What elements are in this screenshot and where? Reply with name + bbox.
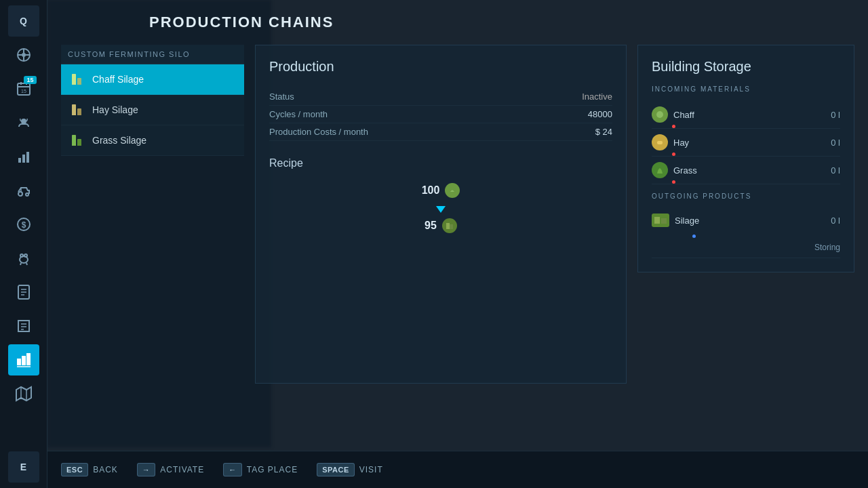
bottom-bar: ESC BACK → ACTIVATE ← TAG PLACE SPACE VI…	[47, 451, 868, 488]
status-label: Status	[269, 92, 294, 102]
costs-value: $ 24	[595, 127, 612, 137]
sidebar-item-tractor[interactable]	[8, 175, 39, 206]
recipe-label: Recipe	[269, 157, 612, 169]
svg-point-16	[26, 193, 28, 196]
recipe-section: Recipe 100 95	[269, 157, 612, 233]
sidebar-item-map[interactable]	[8, 378, 39, 409]
stats-icon	[16, 148, 32, 165]
status-row: Status Inactive	[269, 88, 612, 106]
grass-silage-icon	[68, 134, 85, 147]
outgoing-divider: OUTGOING PRODUCTS	[652, 192, 840, 203]
cycles-label: Cycles / month	[269, 109, 328, 119]
chain-item-hay-silage[interactable]: Hay Silage	[61, 95, 244, 125]
esc-badge: ESC	[61, 463, 88, 476]
layout-row: CUSTOM FERMINTING SILO Chaff Silage	[61, 45, 854, 397]
silage-item-amount: 0 l	[831, 216, 840, 226]
sidebar-item-stats[interactable]	[8, 141, 39, 172]
svg-point-43	[656, 111, 663, 118]
main-content: PRODUCTION CHAINS CUSTOM FERMINTING SILO…	[47, 0, 868, 488]
chaff-resource-icon	[445, 183, 460, 198]
storage-title: Building Storage	[652, 59, 840, 75]
hay-silage-icon	[68, 103, 85, 117]
cycles-value: 48000	[588, 109, 612, 119]
costs-row: Production Costs / month $ 24	[269, 123, 612, 141]
chain-panel: CUSTOM FERMINTING SILO Chaff Silage	[61, 45, 244, 156]
storing-label: Storing	[652, 243, 840, 252]
sidebar-item-calendar[interactable]: 15 15	[8, 73, 39, 104]
svg-text:15: 15	[21, 89, 26, 94]
sidebar: Q 15 15 $ E	[0, 0, 47, 488]
svg-rect-41	[446, 223, 450, 229]
svg-point-21	[20, 254, 23, 257]
visit-label: VISIT	[359, 465, 383, 474]
chaff-storage-icon	[652, 106, 668, 123]
outgoing-products-label: OUTGOING PRODUCTS	[652, 192, 840, 203]
visit-badge: SPACE	[317, 463, 355, 476]
sidebar-item-animals[interactable]	[8, 243, 39, 274]
incoming-materials-label: INCOMING MATERIALS	[652, 85, 840, 96]
grass-dot	[672, 180, 675, 184]
silage-storage-icon	[652, 214, 669, 227]
silage-dot	[692, 235, 696, 238]
chain-item-grass-silage-label: Grass Silage	[92, 135, 146, 146]
chaff-item-name: Chaff	[673, 110, 694, 120]
tag-label: TAG PLACE	[247, 465, 298, 474]
hotkey-visit[interactable]: SPACE VISIT	[317, 463, 383, 476]
svg-rect-45	[654, 217, 660, 224]
hay-item-amount: 0 l	[831, 138, 840, 148]
activate-badge: →	[137, 463, 156, 476]
map-icon	[16, 386, 32, 402]
hotkey-tag[interactable]: ← TAG PLACE	[223, 463, 298, 476]
tractor-icon	[16, 182, 32, 199]
recipe-flow: 100 95	[269, 183, 612, 233]
storage-grass-left: Grass	[652, 162, 697, 178]
svg-point-15	[18, 192, 22, 196]
hay-storage-icon	[652, 134, 668, 150]
storage-item-silage: Silage 0 l Storing	[652, 208, 840, 258]
sidebar-item-contracts[interactable]	[8, 277, 39, 308]
storage-panel: Building Storage INCOMING MATERIALS Chaf…	[637, 45, 854, 272]
steering-icon	[16, 47, 32, 63]
chain-item-grass-silage[interactable]: Grass Silage	[61, 125, 244, 156]
chaff-item-amount: 0 l	[831, 110, 840, 120]
hay-dot	[672, 152, 675, 156]
chain-item-chaff-silage-label: Chaff Silage	[92, 74, 144, 85]
svg-rect-32	[17, 359, 21, 365]
hotkey-activate[interactable]: → ACTIVATE	[137, 463, 204, 476]
tag-badge: ←	[223, 463, 242, 476]
production-panel: Production Status Inactive Cycles / mont…	[255, 45, 627, 384]
svg-rect-42	[450, 224, 453, 229]
sidebar-item-production[interactable]	[8, 344, 39, 375]
svg-marker-36	[16, 387, 31, 401]
svg-rect-13	[22, 155, 25, 163]
hotkey-esc[interactable]: ESC BACK	[61, 463, 118, 476]
recipe-output: 95	[425, 218, 457, 233]
sidebar-item-steering[interactable]	[8, 39, 39, 70]
calendar-badge: 15	[24, 76, 36, 84]
sidebar-item-e[interactable]: E	[8, 451, 39, 483]
storage-silage-left: Silage	[652, 214, 699, 227]
sidebar-item-log[interactable]	[8, 310, 39, 342]
recipe-output-amount: 95	[425, 220, 437, 232]
chain-item-chaff-silage[interactable]: Chaff Silage	[61, 64, 244, 95]
sidebar-item-weather[interactable]	[8, 107, 39, 138]
sidebar-item-q[interactable]: Q	[8, 5, 39, 37]
sidebar-item-finance[interactable]: $	[8, 209, 39, 240]
grass-item-amount: 0 l	[831, 165, 840, 176]
chaff-silage-icon	[68, 73, 85, 86]
chaff-dot	[672, 125, 675, 128]
contracts-icon	[16, 284, 32, 300]
activate-label: ACTIVATE	[160, 465, 204, 474]
grass-item-name: Grass	[673, 165, 697, 176]
svg-rect-46	[661, 218, 667, 224]
svg-rect-34	[26, 353, 31, 365]
hay-item-name: Hay	[673, 138, 689, 148]
svg-text:$: $	[21, 220, 26, 230]
recipe-input: 100	[422, 183, 460, 198]
esc-label: BACK	[93, 465, 118, 474]
storage-item-grass: Grass 0 l	[652, 157, 840, 184]
chain-item-hay-silage-label: Hay Silage	[92, 104, 138, 115]
page-title: PRODUCTION CHAINS	[149, 14, 854, 31]
chain-section-label: CUSTOM FERMINTING SILO	[61, 45, 244, 64]
svg-rect-44	[657, 141, 663, 144]
